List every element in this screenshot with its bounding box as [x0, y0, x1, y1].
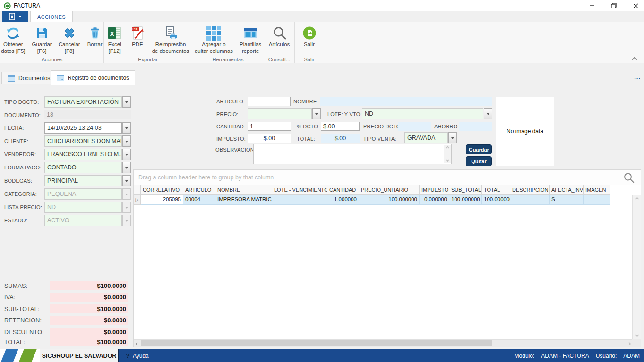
cancelar-button[interactable]: Cancelar [F8]	[55, 24, 84, 55]
tipo-docto-combo[interactable]: FACTURA EXPORTACIÓN	[44, 96, 131, 108]
brand-stripe-green	[18, 349, 38, 362]
cell-imagen[interactable]	[584, 195, 610, 205]
combo-dropdown-button[interactable]	[312, 108, 321, 119]
plantillas-reporte-button[interactable]: Plantillas reporte	[236, 24, 265, 55]
cell-cantidad[interactable]: 1.000000	[327, 195, 359, 205]
cell-correlativo[interactable]: 205095	[141, 195, 183, 205]
grid-row[interactable]: ▷ 205095 00004 IMPRESORA MATRICIAL 1.000…	[134, 195, 610, 205]
combo-value[interactable]: ND	[362, 108, 483, 119]
brand-name: SICGROUP EL SALVADOR	[40, 349, 119, 362]
chevron-down-icon	[125, 180, 128, 184]
combo-dropdown-button[interactable]	[122, 162, 131, 173]
field-label: CLIENTE:	[4, 138, 28, 144]
reimpresion-button[interactable]: Reimpresiòn de documentos	[149, 24, 193, 55]
column-header[interactable]: IMAGEN	[584, 185, 610, 195]
quitar-item-button[interactable]: Quitar	[466, 156, 492, 166]
guardar-item-button[interactable]: Guardar	[466, 144, 492, 154]
cell-sub-total[interactable]: 100.000000	[449, 195, 482, 205]
scroll-left-button[interactable]	[134, 341, 140, 346]
collapse-ribbon-button[interactable]	[631, 56, 638, 61]
precio-combo[interactable]	[248, 108, 321, 119]
maximize-button[interactable]	[609, 1, 619, 10]
tab-registro-de-documentos[interactable]: Registro de documentos	[51, 70, 135, 85]
tab-overflow-button[interactable]: ...	[634, 73, 641, 80]
articulos-button[interactable]: Artículos	[266, 24, 293, 49]
pdf-button[interactable]: PDF PDF	[126, 24, 149, 49]
help-button[interactable]: ? Ayuda	[126, 349, 149, 362]
brand-stripe-blue	[0, 349, 19, 362]
column-header[interactable]: LOTE - VENCIMIENTO	[272, 185, 327, 195]
button-label: [F12]	[109, 48, 121, 54]
combo-dropdown-button[interactable]	[122, 135, 131, 147]
guardar-button[interactable]: Guardar [F6]	[28, 24, 55, 55]
cliente-combo[interactable]: CHICHARRONES DON MAI	[44, 135, 131, 147]
lote-vto-combo[interactable]: ND	[362, 108, 492, 119]
scrollbar-thumb[interactable]	[141, 340, 492, 346]
cantidad-input[interactable]: 1	[248, 122, 291, 131]
combo-value[interactable]: GRAVADA	[404, 132, 448, 143]
dcto-input[interactable]: $.00	[321, 122, 360, 131]
combo-dropdown-button[interactable]	[122, 122, 131, 134]
combo-dropdown-button[interactable]	[122, 149, 131, 160]
combo-dropdown-button[interactable]	[448, 132, 457, 143]
column-header[interactable]: CORRELATIVO	[141, 185, 183, 195]
combo-value[interactable]: 14/10/2025 13:24:03	[44, 122, 122, 134]
column-header[interactable]: TOTAL	[482, 185, 510, 195]
cell-nombre[interactable]: IMPRESORA MATRICIAL	[215, 195, 272, 205]
combo-value[interactable]	[248, 108, 312, 119]
app-menu-button[interactable]	[2, 11, 28, 22]
button-label: Reimpresiòn	[155, 41, 186, 48]
obtener-datos-button[interactable]: Obtener datos [F5]	[0, 24, 28, 55]
tab-documentos[interactable]: Documentos	[1, 72, 56, 84]
borrar-button[interactable]: Borrar	[84, 24, 106, 49]
fecha-combo[interactable]: 14/10/2025 13:24:03	[44, 122, 131, 134]
column-header[interactable]: ARTICULO	[183, 185, 215, 195]
combo-value[interactable]: FACTURA EXPORTACIÓN	[44, 96, 122, 108]
grid-groupby-bar[interactable]: Drag a column header here to group by th…	[134, 170, 641, 185]
tab-acciones[interactable]: ACCIONES	[30, 11, 73, 22]
cell-articulo[interactable]: 00004	[183, 195, 215, 205]
field-label: TIPO DOCTO:	[4, 99, 39, 105]
combo-value[interactable]: PRINCIPAL	[44, 175, 122, 186]
salir-button[interactable]: Salir	[298, 24, 321, 49]
excel-button[interactable]: X Excel [F12]	[103, 24, 126, 55]
column-header[interactable]: CANTIDAD	[327, 185, 359, 195]
tipo-venta-combo[interactable]: GRAVADA	[404, 132, 457, 143]
cell-lote-vencimiento[interactable]	[272, 195, 327, 205]
column-header[interactable]: DESCRIPCION	[510, 185, 550, 195]
total-descuento: DESCUENTO: $0.0000	[4, 328, 128, 337]
forma-pago-combo[interactable]: CONTADO	[44, 162, 131, 173]
combo-value[interactable]: CHICHARRONES DON MAI	[44, 135, 122, 147]
cell-afecta-inv[interactable]: S	[550, 195, 584, 205]
articulo-input[interactable]	[248, 97, 291, 106]
grid-horizontal-scrollbar[interactable]	[134, 339, 633, 347]
minimize-button[interactable]	[587, 1, 597, 10]
textarea-scrollbar[interactable]	[444, 145, 451, 163]
combo-dropdown-button[interactable]	[484, 108, 492, 119]
cell-precio-unitario[interactable]: 100.000000	[359, 195, 420, 205]
observaciones-textarea[interactable]	[253, 144, 452, 164]
cell-descripcion[interactable]	[510, 195, 550, 205]
field-label: CATEGORIA:	[4, 191, 37, 197]
impuesto-input[interactable]: $.00	[248, 134, 291, 143]
grid-search-icon[interactable]	[623, 172, 635, 184]
group-label-salir: Salir	[295, 57, 324, 62]
scroll-up-button[interactable]	[633, 195, 641, 202]
column-header[interactable]: AFECTA_INV	[550, 185, 584, 195]
close-button[interactable]	[630, 1, 641, 10]
column-header[interactable]: SUB_TOTAL	[449, 185, 482, 195]
cell-impuesto[interactable]: 0.000000	[420, 195, 449, 205]
combo-value[interactable]: CONTADO	[44, 162, 122, 173]
cell-total[interactable]: 100.000000	[482, 195, 510, 205]
grid-vertical-scrollbar[interactable]	[632, 195, 641, 339]
vendedor-combo[interactable]: FRANCISCO ERNESTO M...	[44, 149, 131, 160]
combo-value[interactable]: FRANCISCO ERNESTO M...	[44, 149, 122, 160]
column-header[interactable]: NOMBRE	[215, 185, 272, 195]
agregar-quitar-columnas-button[interactable]: Agregar o quitar columnas	[191, 24, 236, 55]
combo-dropdown-button[interactable]	[122, 96, 131, 108]
combo-dropdown-button[interactable]	[122, 175, 131, 186]
bodegas-combo[interactable]: PRINCIPAL	[44, 175, 131, 186]
column-header[interactable]: IMPUESTO	[420, 185, 449, 195]
scroll-down-button[interactable]	[633, 332, 641, 339]
column-header[interactable]: PRECIO_UNITARIO	[359, 185, 420, 195]
